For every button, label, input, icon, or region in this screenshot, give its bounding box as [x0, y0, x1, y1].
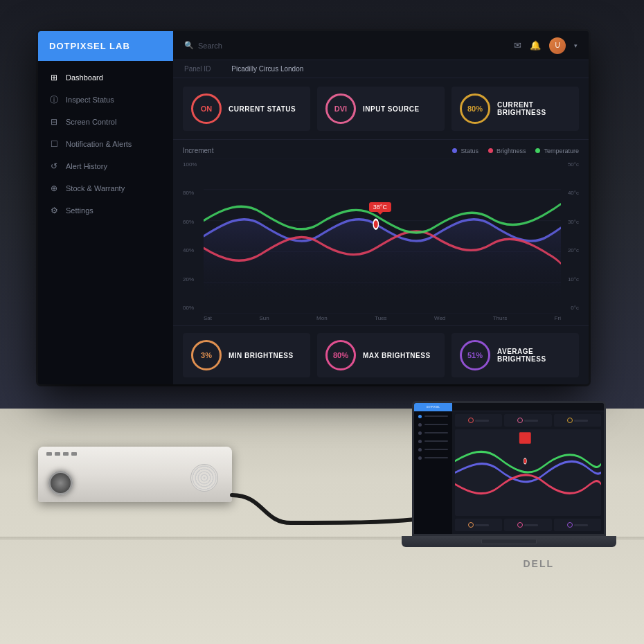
search-container[interactable]: 🔍 Search: [184, 41, 222, 50]
port-1: [46, 452, 52, 456]
y-right-30: 30°c: [568, 219, 579, 225]
y-label-80: 80%: [183, 190, 197, 196]
y-label-0: 00%: [183, 305, 197, 311]
mini-bright-circle-1: [468, 522, 474, 528]
y-right-10: 10°c: [568, 276, 579, 283]
brightness-circle: 80%: [460, 93, 490, 124]
mini-nav-5: [414, 446, 452, 453]
notification-icon: ☐: [49, 139, 59, 149]
port-3: [63, 452, 69, 456]
power-circle: ON: [191, 93, 222, 124]
brightness-value: 80%: [467, 105, 483, 113]
x-label-tues: Tues: [375, 315, 387, 321]
search-placeholder: Search: [198, 42, 222, 50]
mini-nav-1: [414, 413, 452, 420]
panel-bar: Panel ID Picadilly Circus London: [173, 60, 589, 78]
avg-brightness-info: AVERAGE BRIGHTNESS: [497, 348, 571, 363]
y-labels-right: 50°c 40°c 30°c 20°c 10°c 0°c: [568, 159, 579, 314]
mini-nav-line-1: [424, 415, 448, 417]
mini-bright-2: [504, 519, 551, 531]
status-card-brightness: 80% CURRENT BRIGHTNESS: [451, 87, 579, 131]
dropdown-arrow[interactable]: ▾: [574, 42, 578, 49]
svg-point-8: [524, 458, 526, 464]
laptop-screen: DOTPIXSEL: [412, 401, 606, 536]
min-brightness-value: 3%: [201, 351, 212, 359]
projector: [38, 447, 232, 523]
avg-brightness-value: 51%: [467, 351, 483, 359]
input-value: DVI: [334, 105, 347, 113]
x-label-mon: Mon: [316, 315, 328, 321]
legend-brightness: Brightness: [488, 147, 526, 154]
x-label-sun: Sun: [259, 315, 269, 321]
sidebar-item-settings[interactable]: ⚙ Settings: [38, 199, 173, 222]
mini-nav-line-2: [424, 424, 448, 425]
legend-label-status: Status: [460, 147, 478, 154]
sidebar-item-inspect[interactable]: ⓘ Inspect Status: [38, 89, 173, 111]
mini-circle-2: [517, 418, 523, 423]
laptop-trackpad: [481, 539, 537, 544]
stock-icon: ⊕: [49, 184, 59, 193]
sidebar-item-stock[interactable]: ⊕ Stock & Warranty: [38, 177, 173, 199]
x-label-fri: Fri: [555, 315, 561, 321]
desk: [0, 537, 644, 644]
mini-nav-line-3: [424, 432, 448, 433]
legend-temperature: Temperature: [535, 147, 579, 154]
y-label-100: 100%: [183, 161, 197, 168]
history-icon: ↺: [49, 161, 59, 171]
projector-ports: [46, 452, 77, 456]
sidebar: DOTPIXSEL LAB ⊞ Dashboard ⓘ Inspect Stat…: [38, 31, 173, 384]
port-2: [55, 452, 60, 456]
mini-nav-4: [414, 438, 452, 445]
mini-text-2: [524, 420, 538, 422]
input-info: INPUT SOURCE: [363, 105, 420, 113]
mini-nav-line-4: [424, 440, 448, 442]
sidebar-item-screen[interactable]: ⊟ Screen Control: [38, 111, 173, 133]
laptop: DOTPIXSEL: [402, 401, 616, 547]
inspect-icon: ⓘ: [49, 95, 59, 105]
laptop-mini-dashboard: DOTPIXSEL: [414, 403, 604, 534]
y-labels-left: 100% 80% 60% 40% 20% 00%: [183, 159, 197, 314]
mini-sidebar: DOTPIXSEL: [414, 403, 452, 534]
min-brightness-card: 3% MIN BRIGHTNESS: [183, 333, 310, 377]
sidebar-nav: ⊞ Dashboard ⓘ Inspect Status ⊟ Screen Co…: [38, 61, 173, 384]
avatar[interactable]: U: [549, 37, 566, 54]
mail-icon[interactable]: ✉: [514, 40, 521, 51]
projector-speaker: [190, 464, 218, 492]
max-brightness-value: 80%: [333, 351, 348, 359]
mini-header: [452, 403, 604, 411]
min-brightness-circle: 3%: [191, 340, 222, 370]
avg-brightness-circle: 51%: [460, 340, 490, 370]
y-right-40: 40°c: [568, 190, 579, 196]
chart-area: Increment Status Brightness Temperatu: [173, 140, 589, 325]
y-label-20: 20%: [183, 276, 197, 283]
avatar-initials: U: [555, 42, 560, 49]
mini-nav-dot-4: [418, 440, 422, 443]
mini-bright-text-3: [574, 524, 588, 526]
svg-rect-7: [519, 432, 531, 444]
brightness-label: CURRENT BRIGHTNESS: [497, 101, 571, 116]
header-bar: 🔍 Search ✉ 🔔 U ▾: [173, 31, 589, 60]
mini-chart: [455, 429, 601, 516]
mini-bright-circle-2: [517, 522, 523, 528]
sidebar-item-notifications[interactable]: ☐ Notification & Alerts: [38, 133, 173, 155]
port-4: [71, 452, 77, 456]
legend-label-brightness: Brightness: [497, 147, 526, 154]
projector-body: [38, 447, 232, 502]
chart-container: 100% 80% 60% 40% 20% 00% 50°c 40°c 30°c …: [183, 159, 579, 314]
bell-icon[interactable]: 🔔: [530, 40, 541, 51]
y-right-0: 0°c: [568, 305, 579, 311]
mini-nav-line-5: [424, 449, 448, 450]
status-card-input: DVI INPUT SOURCE: [317, 87, 445, 131]
x-label-sat: Sat: [204, 315, 212, 321]
dashboard-icon: ⊞: [49, 73, 59, 82]
laptop-brand-label: DELL: [523, 558, 554, 569]
mini-bright-3: [554, 519, 601, 531]
sidebar-item-history[interactable]: ↺ Alert History: [38, 155, 173, 177]
status-cards-row: ON CURRENT STATUS DVI INPUT SOURCE: [173, 78, 589, 140]
mini-card-3: [554, 414, 601, 427]
screen-icon: ⊟: [49, 117, 59, 127]
mini-nav-line-6: [424, 457, 448, 458]
x-label-thurs: Thurs: [493, 315, 507, 321]
sidebar-item-dashboard[interactable]: ⊞ Dashboard: [38, 66, 173, 89]
sidebar-label-notifications: Notification & Alerts: [66, 140, 132, 148]
